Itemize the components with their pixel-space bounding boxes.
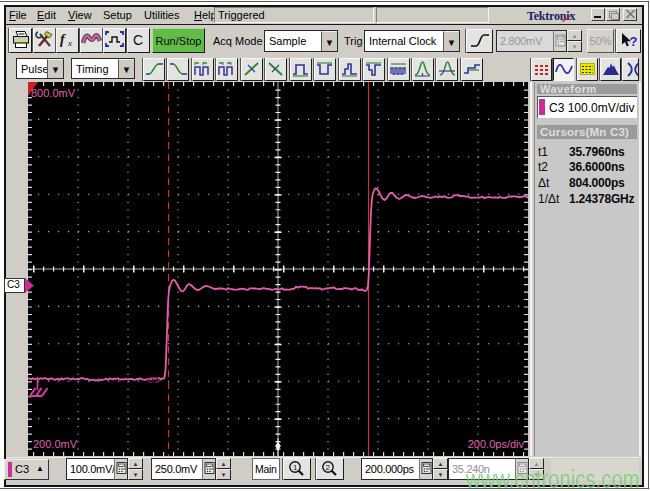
svg-text:x: x (67, 38, 72, 48)
svg-text:C3: C3 (147, 375, 159, 385)
svg-text:2: 2 (326, 463, 331, 472)
svg-text:1: 1 (293, 463, 298, 472)
svg-text:f: f (60, 32, 66, 47)
svg-text:C: C (133, 32, 143, 48)
svg-text:200.0ps/div: 200.0ps/div (468, 438, 525, 450)
svg-text:200.0mV: 200.0mV (33, 438, 78, 450)
svg-text:?: ? (629, 34, 637, 49)
svg-text:800.0mV: 800.0mV (31, 87, 76, 99)
